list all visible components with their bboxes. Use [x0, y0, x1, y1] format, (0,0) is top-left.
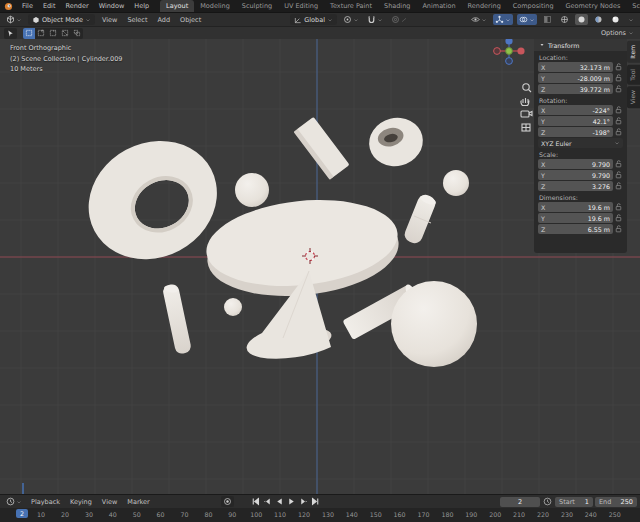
transform-panel-header[interactable]: Transform: [534, 39, 627, 51]
timeline-ruler[interactable]: 2 10203040506070809010011012013014015016…: [0, 508, 640, 522]
transform-field-location-x[interactable]: X32.173 m: [538, 62, 613, 72]
lock-button[interactable]: [613, 214, 623, 222]
play-button[interactable]: [286, 497, 297, 507]
shading-solid-button[interactable]: [575, 14, 588, 25]
sidebar-tab-view[interactable]: View: [627, 86, 640, 108]
header-menu-add[interactable]: Add: [152, 16, 175, 24]
gizmo-z-neg-axis[interactable]: [506, 58, 513, 65]
transform-field-rotation-y[interactable]: Y42.1°: [538, 116, 613, 126]
camera-view-button[interactable]: [521, 111, 532, 117]
sphere-large[interactable]: [391, 281, 477, 367]
transform-field-dimensions-z[interactable]: Z6.55 m: [538, 224, 613, 234]
transform-field-scale-y[interactable]: Y9.790: [538, 170, 613, 180]
shading-rendered-button[interactable]: [609, 14, 622, 25]
lock-button[interactable]: [613, 182, 623, 190]
cylinder-tilted[interactable]: [402, 192, 437, 245]
snap-toggle-button[interactable]: [365, 14, 385, 25]
frame-end-field[interactable]: End 250: [595, 497, 637, 507]
gizmo-x-axis[interactable]: [517, 47, 524, 54]
next-keyframe-button[interactable]: [298, 497, 309, 507]
workspace-tab-scripting[interactable]: Scripting: [626, 0, 640, 12]
show-overlays-button[interactable]: [517, 14, 537, 25]
sphere-small-2[interactable]: [443, 170, 469, 196]
timeline-editor-type-button[interactable]: [4, 496, 24, 507]
shading-material-button[interactable]: [592, 14, 605, 25]
workspace-tab-rendering[interactable]: Rendering: [462, 0, 507, 12]
timecode-clock-icon[interactable]: [543, 497, 552, 506]
sidebar-tab-tool[interactable]: Tool: [627, 65, 640, 85]
navigation-gizmo[interactable]: [494, 39, 525, 64]
menu-window[interactable]: Window: [94, 2, 130, 10]
workspace-tab-modeling[interactable]: Modeling: [194, 0, 236, 12]
transform-field-dimensions-y[interactable]: Y19.6 m: [538, 213, 613, 223]
menu-edit[interactable]: Edit: [38, 2, 61, 10]
shading-dropdown-button[interactable]: [626, 14, 636, 25]
select-mode-2[interactable]: [47, 28, 59, 39]
transform-field-rotation-z[interactable]: Z-198°: [538, 127, 613, 137]
auto-keying-button[interactable]: [221, 496, 234, 507]
menu-help[interactable]: Help: [129, 2, 154, 10]
zoom-button[interactable]: [523, 84, 531, 92]
editor-type-button[interactable]: [4, 14, 24, 25]
transform-field-location-z[interactable]: Z39.772 m: [538, 84, 613, 94]
select-mode-3[interactable]: [59, 28, 71, 39]
lock-button[interactable]: [613, 203, 623, 211]
options-dropdown[interactable]: Options: [601, 29, 634, 37]
prev-keyframe-button[interactable]: [262, 497, 273, 507]
active-tool-button[interactable]: [4, 28, 17, 39]
workspace-tab-sculpting[interactable]: Sculpting: [236, 0, 278, 12]
transform-field-scale-z[interactable]: Z3.276: [538, 181, 613, 191]
shading-wireframe-button[interactable]: [558, 14, 571, 25]
workspace-tab-compositing[interactable]: Compositing: [507, 0, 560, 12]
timeline-menu-view[interactable]: View: [97, 498, 122, 506]
visibility-dropdown-button[interactable]: [469, 14, 489, 25]
3d-viewport[interactable]: Front Orthographic (2) Scene Collection …: [0, 39, 640, 494]
menu-file[interactable]: File: [17, 2, 38, 10]
current-frame-field[interactable]: 2: [500, 497, 540, 507]
proportional-editing-button[interactable]: [389, 14, 409, 25]
torus-small[interactable]: [364, 112, 428, 172]
lock-button[interactable]: [613, 106, 623, 114]
timeline-menu-playback[interactable]: Playback: [26, 498, 65, 506]
lock-button[interactable]: [613, 63, 623, 71]
timeline-menu-keying[interactable]: Keying: [65, 498, 97, 506]
lock-button[interactable]: [613, 160, 623, 168]
header-menu-view[interactable]: View: [97, 16, 122, 24]
play-reverse-button[interactable]: [274, 497, 285, 507]
frame-start-field[interactable]: Start 1: [555, 497, 593, 507]
mode-selector[interactable]: Object Mode: [28, 14, 95, 25]
workspace-tab-geometry-nodes[interactable]: Geometry Nodes: [560, 0, 627, 12]
lock-button[interactable]: [613, 171, 623, 179]
show-gizmo-button[interactable]: [493, 14, 513, 25]
lock-button[interactable]: [613, 74, 623, 82]
workspace-tab-shading[interactable]: Shading: [378, 0, 416, 12]
transform-orientation-selector[interactable]: Global: [290, 14, 337, 25]
box-elongated[interactable]: [294, 117, 350, 180]
sphere-small-1[interactable]: [235, 173, 269, 207]
workspace-tab-uv-editing[interactable]: UV Editing: [278, 0, 324, 12]
xray-toggle-button[interactable]: [541, 14, 554, 25]
workspace-tab-texture-paint[interactable]: Texture Paint: [324, 0, 378, 12]
gizmo-y-axis[interactable]: [506, 48, 513, 55]
playhead-frame-badge[interactable]: 2: [16, 509, 28, 518]
transform-field-rotation-x[interactable]: X-224°: [538, 105, 613, 115]
lock-button[interactable]: [613, 225, 623, 233]
lock-button[interactable]: [613, 85, 623, 93]
timeline-menu-marker[interactable]: Marker: [122, 498, 154, 506]
perspective-toggle-button[interactable]: [522, 124, 530, 131]
transform-field-location-y[interactable]: Y-28.009 m: [538, 73, 613, 83]
transform-field-scale-x[interactable]: X9.790: [538, 159, 613, 169]
blender-logo-icon[interactable]: [0, 2, 17, 11]
pivot-point-button[interactable]: [341, 14, 361, 25]
menu-render[interactable]: Render: [60, 2, 93, 10]
select-mode-4[interactable]: [71, 28, 83, 39]
sphere-tiny[interactable]: [224, 298, 242, 316]
gizmo-z-axis[interactable]: [505, 39, 512, 45]
pan-button[interactable]: [521, 98, 529, 106]
header-menu-select[interactable]: Select: [122, 16, 152, 24]
select-mode-1[interactable]: [35, 28, 47, 39]
transform-field-dimensions-x[interactable]: X19.6 m: [538, 202, 613, 212]
header-menu-object[interactable]: Object: [175, 16, 206, 24]
jump-end-button[interactable]: [310, 497, 321, 507]
gizmo-x-neg-axis[interactable]: [494, 48, 501, 55]
